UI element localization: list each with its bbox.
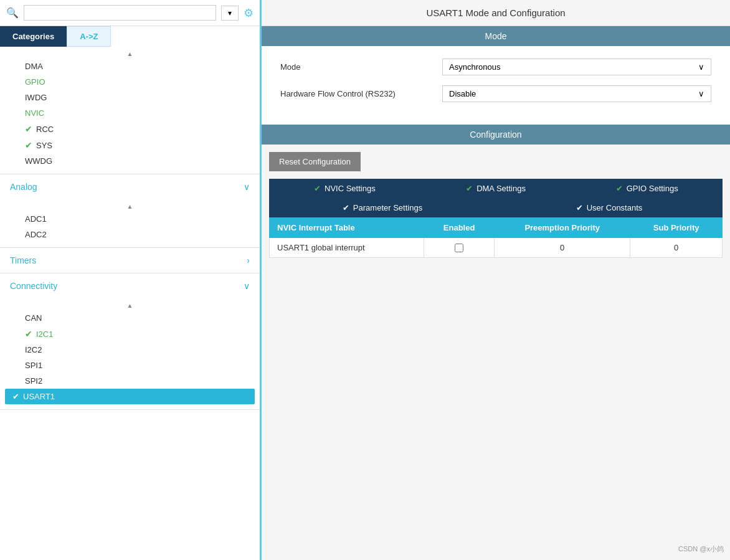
nav-item-iwdg[interactable]: IWDG [0, 90, 260, 105]
table-row: USART1 global interrupt 0 0 [270, 238, 723, 258]
connectivity-section: Connectivity ∨ ▲ CAN ✔I2C1 I2C2 SPI1 SPI… [0, 273, 260, 410]
connectivity-header[interactable]: Connectivity ∨ [0, 273, 260, 298]
interrupt-name: USART1 global interrupt [270, 238, 424, 258]
nvic-tab-label: NVIC Settings [325, 184, 376, 193]
tab-bar: Categories A->Z [0, 26, 260, 47]
nav-item-spi2[interactable]: SPI2 [0, 373, 260, 389]
param-tab-check-icon: ✔ [343, 203, 349, 212]
tab-gpio-settings[interactable]: ✔ GPIO Settings [571, 179, 723, 198]
tab-nvic-settings[interactable]: ✔ NVIC Settings [269, 179, 420, 198]
connectivity-items: ▲ CAN ✔I2C1 I2C2 SPI1 SPI2 ✔ USART1 [0, 298, 260, 409]
check-icon-rcc: ✔ [25, 124, 32, 134]
hw-flow-row: Hardware Flow Control (RS232) Disable ∨ [280, 85, 711, 102]
analog-chevron: ∨ [244, 182, 250, 192]
connectivity-label: Connectivity [10, 281, 57, 291]
enabled-checkbox-container [432, 244, 486, 252]
search-icon: 🔍 [6, 7, 19, 19]
reset-configuration-button[interactable]: Reset Configuration [269, 152, 361, 171]
page-title: USART1 Mode and Configuration [262, 0, 730, 26]
interrupt-enabled-cell [424, 238, 495, 258]
search-bar: 🔍 ▾ ⚙ [0, 0, 260, 26]
nvic-interrupt-table: NVIC Interrupt Table Enabled Preemption … [269, 217, 723, 258]
config-section-header: Configuration [262, 125, 730, 145]
check-icon-i2c1: ✔ [25, 329, 32, 339]
check-icon-usart1: ✔ [12, 392, 19, 401]
config-section: Configuration Reset Configuration ✔ NVIC… [262, 125, 730, 560]
system-core-section: ▲ DMA GPIO IWDG NVIC ✔RCC ✔SYS WWDG [0, 47, 260, 174]
gear-icon[interactable]: ⚙ [244, 6, 254, 20]
nav-item-wwdg[interactable]: WWDG [0, 153, 260, 169]
preemption-priority-value: 0 [495, 238, 630, 258]
config-content: Reset Configuration ✔ NVIC Settings ✔ DM… [262, 145, 730, 560]
nav-item-sys[interactable]: ✔SYS [0, 137, 260, 153]
mode-dropdown-icon: ∨ [698, 62, 704, 72]
nav-item-adc1[interactable]: ADC1 [0, 211, 260, 227]
timers-chevron: › [247, 255, 250, 265]
dma-tab-check-icon: ✔ [466, 184, 473, 193]
tab-user-constants[interactable]: ✔ User Constants [496, 198, 723, 217]
table-header-preemption: Preemption Priority [495, 218, 630, 238]
mode-label: Mode [280, 62, 436, 72]
mode-select[interactable]: Asynchronous ∨ [442, 59, 711, 75]
scroll-up-connectivity: ▲ [0, 301, 260, 310]
nvic-tab-check-icon: ✔ [314, 184, 321, 193]
analog-header[interactable]: Analog ∨ [0, 174, 260, 199]
tab-dma-settings[interactable]: ✔ DMA Settings [420, 179, 572, 198]
hw-flow-label: Hardware Flow Control (RS232) [280, 89, 436, 98]
search-input[interactable] [24, 5, 216, 21]
user-const-tab-check-icon: ✔ [576, 203, 583, 212]
tab-parameter-settings[interactable]: ✔ Parameter Settings [269, 198, 496, 217]
left-content: ▲ DMA GPIO IWDG NVIC ✔RCC ✔SYS WWDG Anal… [0, 47, 260, 560]
nav-item-gpio[interactable]: GPIO [0, 74, 260, 90]
check-icon-sys: ✔ [25, 140, 32, 150]
gpio-tab-check-icon: ✔ [616, 184, 623, 193]
left-panel: 🔍 ▾ ⚙ Categories A->Z ▲ DMA GPIO IWDG NV… [0, 0, 262, 560]
user-const-tab-label: User Constants [587, 203, 643, 212]
watermark: CSDN @x小鸽 [678, 544, 724, 554]
mode-content: Mode Asynchronous ∨ Hardware Flow Contro… [262, 46, 730, 125]
sub-priority-value: 0 [630, 238, 723, 258]
analog-items: ▲ ADC1 ADC2 [0, 199, 260, 247]
gpio-tab-label: GPIO Settings [627, 184, 678, 193]
nav-item-usart1[interactable]: ✔ USART1 [5, 389, 255, 404]
param-tab-label: Parameter Settings [353, 203, 422, 212]
connectivity-chevron: ∨ [244, 281, 250, 291]
table-header-enabled: Enabled [424, 218, 495, 238]
nav-item-rcc[interactable]: ✔RCC [0, 121, 260, 137]
nav-item-dma[interactable]: DMA [0, 59, 260, 74]
hw-flow-value: Disable [449, 89, 476, 98]
config-tabs-row2: ✔ Parameter Settings ✔ User Constants [269, 198, 723, 217]
system-core-items: ▲ DMA GPIO IWDG NVIC ✔RCC ✔SYS WWDG [0, 47, 260, 174]
nav-item-i2c2[interactable]: I2C2 [0, 342, 260, 358]
tab-categories[interactable]: Categories [0, 26, 67, 47]
timers-header[interactable]: Timers › [0, 248, 260, 273]
hw-flow-dropdown-icon: ∨ [698, 89, 704, 98]
mode-value: Asynchronous [449, 62, 500, 72]
nav-item-adc2[interactable]: ADC2 [0, 227, 260, 242]
table-header-interrupt: NVIC Interrupt Table [270, 218, 424, 238]
config-tabs-row1: ✔ NVIC Settings ✔ DMA Settings ✔ GPIO Se… [269, 179, 723, 198]
hw-flow-select[interactable]: Disable ∨ [442, 85, 711, 102]
scroll-up-indicator: ▲ [0, 49, 260, 59]
nav-item-spi1[interactable]: SPI1 [0, 358, 260, 373]
nav-item-i2c1[interactable]: ✔I2C1 [0, 326, 260, 342]
timers-label: Timers [10, 255, 36, 265]
analog-label: Analog [10, 182, 37, 192]
right-panel: USART1 Mode and Configuration Mode Mode … [262, 0, 730, 560]
mode-row: Mode Asynchronous ∨ [280, 59, 711, 75]
mode-section: Mode [262, 26, 730, 46]
timers-section: Timers › [0, 248, 260, 273]
enabled-checkbox[interactable] [455, 244, 463, 252]
mode-section-header: Mode [262, 26, 730, 46]
table-header-sub-priority: Sub Priority [630, 218, 723, 238]
nav-item-nvic[interactable]: NVIC [0, 105, 260, 121]
nav-item-can[interactable]: CAN [0, 310, 260, 326]
scroll-up-analog: ▲ [0, 202, 260, 211]
tab-a-to-z[interactable]: A->Z [67, 26, 111, 47]
search-dropdown-button[interactable]: ▾ [221, 6, 239, 21]
dma-tab-label: DMA Settings [476, 184, 526, 193]
analog-section: Analog ∨ ▲ ADC1 ADC2 [0, 174, 260, 248]
